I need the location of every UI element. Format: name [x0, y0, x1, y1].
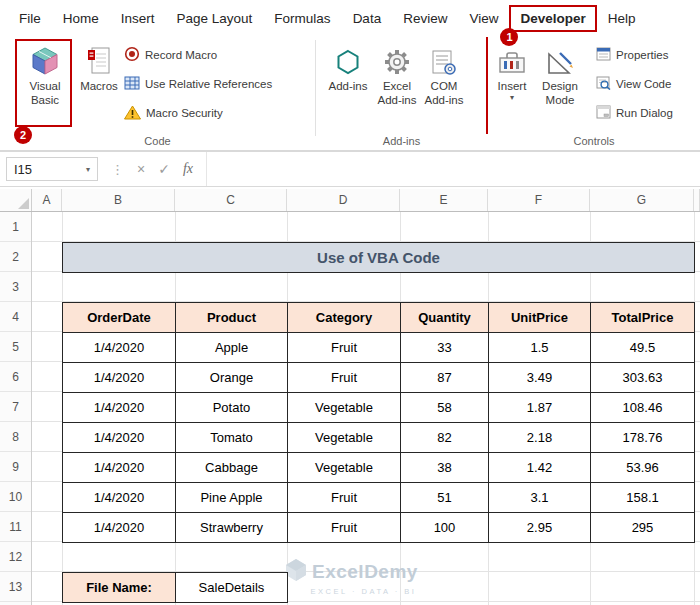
- menu-tab-formulas[interactable]: Formulas: [263, 5, 341, 32]
- cancel-icon[interactable]: ×: [137, 161, 145, 177]
- row-header-8[interactable]: 8: [0, 422, 31, 452]
- cell[interactable]: 1.5: [489, 333, 591, 363]
- cell[interactable]: 158.1: [591, 483, 695, 513]
- column-header-partial[interactable]: [694, 189, 700, 211]
- cell[interactable]: 1/4/2020: [63, 333, 176, 363]
- record-macro-button[interactable]: Record Macro: [124, 44, 217, 66]
- cell[interactable]: 1/4/2020: [63, 483, 176, 513]
- macro-security-button[interactable]: Macro Security: [124, 102, 223, 124]
- cell[interactable]: Fruit: [288, 363, 401, 393]
- file-name-label-cell[interactable]: File Name:: [62, 572, 176, 603]
- menu-tab-developer[interactable]: Developer 1: [509, 5, 596, 32]
- table-header[interactable]: Quantity: [401, 303, 489, 333]
- column-header-c[interactable]: C: [175, 189, 287, 211]
- cell[interactable]: 178.76: [591, 423, 695, 453]
- row-header-3[interactable]: 3: [0, 272, 31, 302]
- menu-tab-page-layout[interactable]: Page Layout: [166, 5, 264, 32]
- cell[interactable]: Strawberry: [176, 513, 288, 543]
- cell[interactable]: 1/4/2020: [63, 363, 176, 393]
- design-mode-button[interactable]: Design Mode: [537, 42, 583, 107]
- row-header-7[interactable]: 7: [0, 392, 31, 422]
- menu-tab-insert[interactable]: Insert: [110, 5, 166, 32]
- formula-input[interactable]: [206, 152, 700, 186]
- cell[interactable]: 100: [401, 513, 489, 543]
- cell[interactable]: Vegetable: [288, 423, 401, 453]
- row-header-2[interactable]: 2: [0, 242, 31, 272]
- row-header-1[interactable]: 1: [0, 212, 31, 242]
- row-header-6[interactable]: 6: [0, 362, 31, 392]
- row-header-13[interactable]: 13: [0, 572, 31, 602]
- cell[interactable]: 38: [401, 453, 489, 483]
- insert-function-icon[interactable]: fx: [183, 161, 193, 177]
- table-header[interactable]: Category: [288, 303, 401, 333]
- cell[interactable]: Cabbage: [176, 453, 288, 483]
- table-header[interactable]: UnitPrice: [489, 303, 591, 333]
- menu-tab-file[interactable]: File: [8, 5, 52, 32]
- cell[interactable]: 295: [591, 513, 695, 543]
- cell[interactable]: 1.42: [489, 453, 591, 483]
- relative-references-button[interactable]: Use Relative References: [124, 73, 272, 95]
- cell[interactable]: 1/4/2020: [63, 423, 176, 453]
- cell[interactable]: Vegetable: [288, 393, 401, 423]
- cell[interactable]: Fruit: [288, 483, 401, 513]
- column-header-e[interactable]: E: [400, 189, 488, 211]
- title-cell[interactable]: Use of VBA Code: [62, 242, 695, 273]
- cell[interactable]: Fruit: [288, 513, 401, 543]
- table-header[interactable]: OrderDate: [63, 303, 176, 333]
- macros-button[interactable]: Macros: [77, 42, 121, 93]
- cell[interactable]: 51: [401, 483, 489, 513]
- visual-basic-button[interactable]: Visual Basic: [17, 42, 73, 107]
- cell[interactable]: 82: [401, 423, 489, 453]
- row-header-12[interactable]: 12: [0, 542, 31, 572]
- cell[interactable]: Orange: [176, 363, 288, 393]
- cell[interactable]: Tomato: [176, 423, 288, 453]
- menu-tab-help[interactable]: Help: [597, 5, 647, 32]
- row-header-10[interactable]: 10: [0, 482, 31, 512]
- name-box-dropdown-icon[interactable]: ▾: [86, 165, 90, 174]
- menu-tab-data[interactable]: Data: [342, 5, 393, 32]
- com-addins-button[interactable]: COM Add-ins: [419, 42, 469, 107]
- column-header-a[interactable]: A: [32, 189, 62, 211]
- column-header-g[interactable]: G: [590, 189, 694, 211]
- enter-icon[interactable]: ✓: [158, 161, 170, 177]
- cell[interactable]: Fruit: [288, 333, 401, 363]
- cell[interactable]: 3.49: [489, 363, 591, 393]
- cell[interactable]: 108.46: [591, 393, 695, 423]
- view-code-button[interactable]: View Code: [596, 73, 671, 95]
- cell[interactable]: 33: [401, 333, 489, 363]
- column-header-f[interactable]: F: [488, 189, 590, 211]
- addins-button[interactable]: Add-ins: [325, 42, 371, 93]
- table-header[interactable]: Product: [176, 303, 288, 333]
- row-header-5[interactable]: 5: [0, 332, 31, 362]
- row-header-4[interactable]: 4: [0, 302, 31, 332]
- table-header[interactable]: TotalPrice: [591, 303, 695, 333]
- cell[interactable]: 58: [401, 393, 489, 423]
- cell[interactable]: 303.63: [591, 363, 695, 393]
- properties-button[interactable]: Properties: [596, 44, 668, 66]
- run-dialog-button[interactable]: Run Dialog: [596, 102, 673, 124]
- row-header-9[interactable]: 9: [0, 452, 31, 482]
- cell[interactable]: Pine Apple: [176, 483, 288, 513]
- insert-control-button[interactable]: Insert ▾: [492, 42, 532, 103]
- name-box[interactable]: I15 ▾: [6, 157, 98, 181]
- cell[interactable]: 1/4/2020: [63, 393, 176, 423]
- cell[interactable]: Vegetable: [288, 453, 401, 483]
- cell[interactable]: 87: [401, 363, 489, 393]
- cell[interactable]: 53.96: [591, 453, 695, 483]
- menu-tab-view[interactable]: View: [458, 5, 509, 32]
- menu-tab-review[interactable]: Review: [392, 5, 458, 32]
- cell[interactable]: 49.5: [591, 333, 695, 363]
- column-header-d[interactable]: D: [287, 189, 400, 211]
- column-header-b[interactable]: B: [62, 189, 175, 211]
- menu-tab-home[interactable]: Home: [52, 5, 110, 32]
- cell[interactable]: 2.95: [489, 513, 591, 543]
- cell[interactable]: Apple: [176, 333, 288, 363]
- excel-addins-button[interactable]: Excel Add-ins: [372, 42, 422, 107]
- cell[interactable]: 1/4/2020: [63, 513, 176, 543]
- file-name-value-cell[interactable]: SaleDetails: [175, 572, 288, 603]
- cell[interactable]: 1/4/2020: [63, 453, 176, 483]
- cell[interactable]: 3.1: [489, 483, 591, 513]
- cell[interactable]: 2.18: [489, 423, 591, 453]
- cell[interactable]: 1.87: [489, 393, 591, 423]
- row-header-11[interactable]: 11: [0, 512, 31, 542]
